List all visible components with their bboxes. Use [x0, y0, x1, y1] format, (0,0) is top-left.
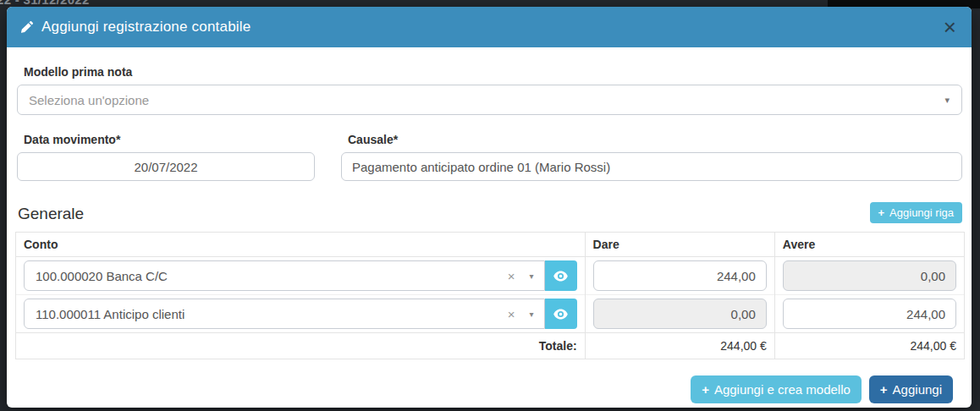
- causale-label: Causale*: [348, 133, 962, 146]
- total-dare: 244,00 €: [585, 333, 774, 359]
- column-header-conto: Conto: [16, 233, 586, 257]
- modello-placeholder: Seleziona un'opzione: [29, 93, 149, 107]
- generale-table: Conto Dare Avere 100.000020 Banca C/C ×: [15, 232, 965, 359]
- causale-input[interactable]: [341, 152, 962, 181]
- dare-input-row1[interactable]: [593, 260, 767, 291]
- plus-icon: +: [880, 382, 888, 397]
- avere-input-row2[interactable]: [783, 299, 956, 329]
- aggiungi-riga-label: Aggiungi riga: [889, 206, 954, 219]
- pencil-icon: [20, 20, 34, 34]
- table-row: 100.000020 Banca C/C × ▾: [16, 257, 965, 295]
- plus-icon: +: [702, 382, 709, 397]
- column-header-dare: Dare: [585, 233, 774, 257]
- generale-heading: Generale: [18, 205, 84, 223]
- data-movimento-label: Data movimento*: [24, 133, 315, 146]
- background-date-range: 22 - 31/12/2022: [0, 0, 90, 7]
- clear-icon[interactable]: ×: [508, 307, 515, 321]
- conto-value: 110.000011 Anticipo clienti: [36, 307, 184, 321]
- aggiungi-crea-modello-label: Aggiungi e crea modello: [714, 382, 851, 397]
- close-icon[interactable]: ×: [942, 16, 958, 38]
- total-label: Totale:: [16, 333, 586, 359]
- modello-prima-nota-select[interactable]: Seleziona un'opzione ▾: [17, 85, 962, 115]
- aggiungi-crea-modello-button[interactable]: + Aggiungi e crea modello: [691, 375, 862, 403]
- chevron-down-icon: ▾: [530, 271, 534, 281]
- modal-footer: + Aggiungi e crea modello + Aggiungi: [17, 359, 962, 403]
- clear-icon[interactable]: ×: [508, 269, 515, 283]
- column-header-avere: Avere: [774, 233, 964, 257]
- modal-body: Modello prima nota Seleziona un'opzione …: [7, 47, 972, 403]
- chevron-down-icon: ▾: [944, 95, 950, 106]
- total-row: Totale: 244,00 € 244,00 €: [16, 333, 965, 359]
- modal-aggiungi-registrazione: Aggiungi registrazione contabile × Model…: [7, 7, 972, 408]
- eye-icon: [553, 309, 568, 320]
- aggiungi-riga-button[interactable]: + Aggiungi riga: [870, 202, 962, 223]
- dare-input-row2: [593, 299, 767, 329]
- page-background: 22 - 31/12/2022 Aggiungi registrazione c…: [0, 0, 980, 411]
- generale-bar: Generale + Aggiungi riga: [17, 202, 962, 223]
- aggiungi-label: Aggiungi: [893, 382, 942, 397]
- plus-icon: +: [878, 206, 885, 219]
- table-row: 110.000011 Anticipo clienti × ▾: [16, 295, 965, 333]
- modello-prima-nota-label: Modello prima nota: [24, 65, 962, 79]
- table-header-row: Conto Dare Avere: [16, 233, 965, 257]
- eye-icon: [553, 271, 568, 282]
- eye-button-row2[interactable]: [545, 299, 577, 329]
- eye-button-row1[interactable]: [545, 260, 577, 291]
- date-causale-row: Data movimento* Causale*: [17, 133, 962, 181]
- chevron-down-icon: ▾: [530, 310, 534, 319]
- conto-select-row2[interactable]: 110.000011 Anticipo clienti × ▾: [24, 299, 545, 329]
- conto-value: 100.000020 Banca C/C: [36, 269, 168, 283]
- avere-input-row1: [783, 260, 956, 291]
- modal-header: Aggiungi registrazione contabile ×: [7, 7, 972, 47]
- conto-select-row1[interactable]: 100.000020 Banca C/C × ▾: [24, 260, 545, 291]
- data-movimento-input[interactable]: [17, 152, 315, 181]
- aggiungi-button[interactable]: + Aggiungi: [869, 375, 953, 403]
- modal-title: Aggiungi registrazione contabile: [41, 19, 251, 36]
- total-avere: 244,00 €: [774, 333, 964, 359]
